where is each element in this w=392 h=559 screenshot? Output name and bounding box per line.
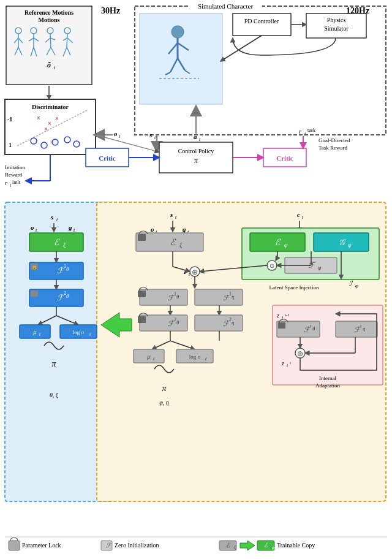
legend-zero-label: Zero Initialization [115,542,159,549]
svg-text:task: task [307,127,315,133]
svg-text:g: g [182,226,186,233]
svg-text:s: s [170,211,173,218]
svg-text:g: g [68,224,72,231]
svg-line-57 [221,36,262,61]
svg-text:×: × [48,120,51,127]
svg-text:imit: imit [12,180,21,185]
legend-trainable-label: Trainable Copy [277,542,315,549]
svg-text:φ: φ [272,545,275,550]
svg-text:x: x [260,26,263,32]
svg-text:1: 1 [64,264,66,269]
svg-text:-1: -1 [7,116,12,123]
pd-controller-box [233,13,291,36]
svg-text:Control Policy: Control Policy [178,148,214,154]
svg-text:1: 1 [174,291,176,297]
svg-text:π: π [194,156,198,165]
svg-text:i: i [290,360,291,365]
svg-text:η: η [363,325,366,332]
svg-line-14 [50,34,51,47]
svg-text:θ: θ [312,325,315,332]
svg-text:s: s [50,213,53,221]
svg-rect-103 [31,291,38,297]
svg-text:φ: φ [284,241,288,248]
svg-text:η: η [232,294,235,300]
svg-text:i-1: i-1 [285,313,290,318]
svg-text:2: 2 [174,317,176,322]
svg-text:z: z [276,312,279,319]
svg-text:Imitation: Imitation [5,164,25,170]
svg-text:Latent Space Injection: Latent Space Injection [270,284,319,291]
svg-text:φ: φ [348,241,352,248]
svg-text:Reward: Reward [5,172,22,178]
svg-text:log σ: log σ [73,329,85,335]
svg-text:a: a [194,133,197,140]
legend-lock-label: Parameter Lock [22,542,61,549]
svg-text:r: r [299,127,302,135]
svg-text:c: c [297,211,300,218]
ref-motions-label: Reference Motions [24,9,74,16]
svg-text:×: × [37,115,40,121]
svg-text:2: 2 [64,291,66,296]
svg-text:ξ: ξ [179,241,183,249]
svg-text:ξ: ξ [63,241,66,249]
svg-text:μ: μ [32,328,37,335]
svg-text:θ: θ [66,266,69,272]
svg-text:⊕: ⊕ [192,268,198,276]
svg-text:θ: θ [66,293,69,299]
svg-text:log σ: log σ [189,354,201,360]
svg-text:⊙: ⊙ [270,262,274,269]
svg-text:×: × [44,126,48,132]
svg-rect-130 [138,234,146,241]
svg-text:PD Controller: PD Controller [244,18,279,25]
svg-text:Motions: Motions [39,17,60,23]
svg-text:t: t [199,137,201,142]
op-flow-theta1 [140,289,187,305]
svg-rect-157 [138,291,146,297]
svg-text:t: t [304,131,306,137]
svg-text:ℰ: ℰ [264,542,268,549]
svg-text:η: η [232,319,235,325]
main-container: 30Hz 120Hz Reference Motions Motions [0,0,392,559]
svg-text:õ: õ [47,61,51,69]
svg-text:2: 2 [229,317,232,322]
svg-text:×: × [55,115,59,122]
svg-text:z: z [281,360,284,367]
svg-text:μ: μ [146,352,151,360]
svg-text:z: z [183,268,187,275]
svg-rect-186 [278,322,285,329]
svg-text:θ: θ [176,294,179,300]
svg-text:π: π [162,384,167,393]
svg-text:π: π [51,359,56,368]
svg-text:1: 1 [9,142,12,148]
svg-rect-166 [138,316,146,323]
svg-text:Simulator: Simulator [324,25,349,32]
svg-text:⊕: ⊕ [297,349,303,358]
svg-text:Critic: Critic [276,154,293,162]
sim-char-label: Simulated Character [198,2,253,10]
svg-text:ξ: ξ [234,545,236,550]
svg-text:Task Reward: Task Reward [318,145,348,151]
legend-arrow-icon [240,541,255,550]
op-flow-eta1 [195,289,243,305]
svg-text:Physics: Physics [327,17,346,23]
svg-text:🔒: 🔒 [32,264,37,270]
svg-text:Goal-Directed: Goal-Directed [318,137,350,143]
svg-text:θ, ξ: θ, ξ [50,392,59,399]
svg-text:Internal: Internal [319,375,336,381]
svg-text:φ: φ [318,264,322,271]
op-flow-theta2 [140,315,187,331]
hz30-label: 30Hz [101,6,120,15]
svg-text:t: t [10,183,12,188]
legend-lock-icon [9,541,20,550]
svg-text:ℰ: ℰ [226,542,230,549]
svg-text:φ: φ [355,283,358,289]
op-enc-locked [136,233,203,251]
svg-text:t: t [154,135,156,140]
svg-text:θ: θ [176,319,179,325]
svg-text:s: s [149,131,152,139]
svg-text:Discriminator: Discriminator [32,104,69,110]
svg-text:o: o [151,226,154,233]
svg-text:Critic: Critic [99,154,116,162]
svg-point-43 [172,26,184,38]
op-flow-eta2 [195,315,243,331]
